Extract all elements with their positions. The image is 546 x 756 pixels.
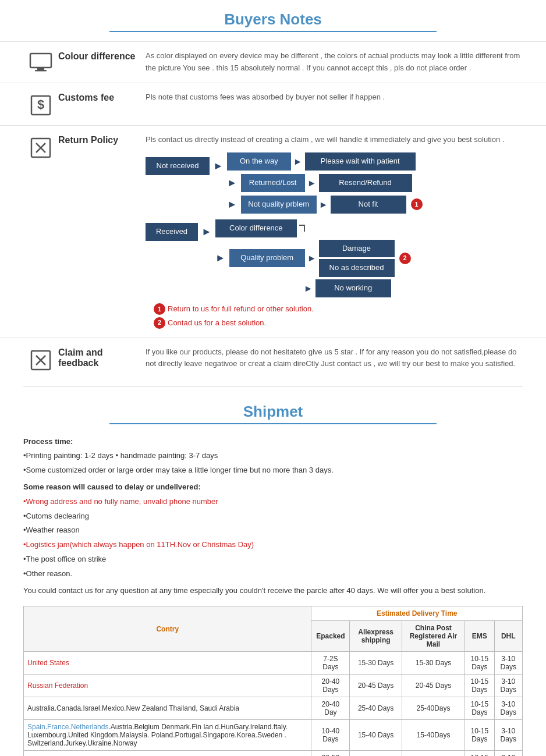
claim-feedback-label: Claim and feedback	[58, 346, 146, 368]
dhl-cell: 3-10 Days	[494, 675, 522, 697]
color-diff-box: Color difference	[215, 219, 297, 237]
epacked-cell: 7-2S Days	[311, 652, 350, 675]
col-ems-header: EMS	[465, 621, 494, 652]
return-policy-icon	[23, 134, 58, 159]
process-time-label: Process time:	[23, 436, 523, 448]
return-policy-content: Pls contact us directly instead of creat…	[146, 134, 523, 329]
col-aliexpress-header: Aliexpress shipping	[350, 621, 402, 652]
aliexpress-cell: 15-40 Days	[350, 720, 402, 751]
note2-number: 2	[399, 253, 411, 264]
claim-icon	[23, 346, 58, 372]
quality-problem-box: Quality problem	[229, 249, 305, 267]
est-delivery-header: Estimated Delivery Time	[311, 606, 523, 621]
epacked-cell: 20-40 Days	[311, 675, 350, 697]
section-divider-2	[23, 386, 523, 386]
not-quality-box: Not quality prblem	[241, 196, 317, 214]
delivery-table: Contry Estimated Delivery Time Epacked A…	[23, 606, 523, 756]
chinapost-cell: 15-40Days	[402, 720, 465, 751]
country-cell: Brazil	[24, 751, 311, 756]
epacked-cell: 30-50 Days	[311, 751, 350, 756]
col-country-header: Contry	[24, 606, 311, 652]
note2-badge: 2	[154, 317, 165, 329]
dhl-cell: 3-10 Days	[494, 652, 522, 675]
note2-text: Contad us for a best solution.	[168, 317, 266, 329]
delay-item-3: •Logistics jam(which always happen on 11…	[23, 539, 523, 551]
chinapost-cell: 30-60Days	[402, 751, 465, 756]
country-cell: Russian Federation	[24, 675, 311, 697]
country-cell: Australia.Canada.Israel.Mexico.New Zeala…	[24, 697, 311, 720]
return-policy-preamble: Pls contact us directly instead of creat…	[146, 134, 523, 146]
buyers-title-underline	[109, 31, 437, 32]
monitor-icon	[23, 50, 58, 72]
ems-cell: 10-15 Days	[465, 652, 494, 675]
received-box: Received	[146, 223, 198, 241]
table-row: United States7-2S Days15-30 Days15-30 Da…	[24, 652, 523, 675]
svg-rect-0	[30, 54, 51, 68]
shipment-title: Shipmet	[0, 392, 546, 423]
damage-box: Damage	[319, 240, 395, 258]
return-policy-row: Return Policy Pls contact us directly in…	[0, 125, 546, 338]
note1-badge: 1	[154, 303, 165, 315]
buyers-notes-title: Buyers Notes	[0, 0, 546, 31]
epacked-cell: 10-40 Days	[311, 720, 350, 751]
country-cell: United States	[24, 652, 311, 675]
on-the-way-box: On the way	[227, 152, 291, 171]
country-cell: Spain.France.Netherlands.Austria.Belgium…	[24, 720, 311, 751]
not-fit-box: Not fit	[331, 196, 406, 214]
shipment-body: Process time: •Printing painting: 1-2 da…	[0, 430, 546, 756]
ems-cell: 10-15 Days	[465, 697, 494, 720]
dhl-cell: 3-10 Days	[494, 751, 522, 756]
table-row: Australia.Canada.Israel.Mexico.New Zeala…	[24, 697, 523, 720]
shipment-underline	[109, 423, 437, 424]
delay-item-4: •The post office on strike	[23, 553, 523, 566]
ems-cell: 10-15 Days	[465, 751, 494, 756]
note1-number: 1	[411, 198, 423, 210]
customs-fee-content: Pls note that customs fees was absorbed …	[146, 91, 523, 104]
aliexpress-cell: 20-45 Days	[350, 675, 402, 697]
returned-lost-box: Returned/Lost	[241, 174, 305, 192]
claim-feedback-row: Claim and feedback If you like our produ…	[0, 338, 546, 380]
colour-difference-row: Colour difference As color displayed on …	[0, 41, 546, 83]
colour-difference-content: As color displayed on every device may b…	[146, 50, 523, 74]
resend-refund-box: Resend/Refund	[319, 174, 412, 192]
chinapost-cell: 20-45 Days	[402, 675, 465, 697]
no-as-described-box: No as described	[319, 259, 395, 277]
delay-item-2: •Weather reason	[23, 524, 523, 537]
delay-item-0: •Wrong address and no fully name, unvali…	[23, 496, 523, 508]
svg-text:$: $	[37, 97, 44, 112]
claim-feedback-content: If you like our products, please do not …	[146, 346, 523, 371]
chinapost-cell: 25-40Days	[402, 697, 465, 720]
aliexpress-cell: 15-30 Days	[350, 652, 402, 675]
svg-rect-2	[35, 70, 47, 72]
table-row: Spain.France.Netherlands.Austria.Belgium…	[24, 720, 523, 751]
return-policy-label: Return Policy	[58, 134, 146, 145]
customs-fee-label: Customs fee	[58, 91, 146, 103]
svg-rect-1	[37, 68, 44, 70]
delay-item-5: •Other reason.	[23, 568, 523, 580]
colour-difference-label: Colour difference	[58, 50, 146, 62]
dhl-cell: 3-10 Days	[494, 697, 522, 720]
process-line-1: •Printing painting: 1-2 days • handmade …	[23, 450, 523, 462]
please-wait-box: Please wait with patient	[305, 152, 416, 171]
note1-text: Return to us for full refund or other so…	[168, 303, 314, 315]
no-working-box: No working	[315, 279, 391, 297]
delay-item-1: •Cutoms declearing	[23, 510, 523, 523]
chinapost-cell: 15-30 Days	[402, 652, 465, 675]
dollar-icon: $	[23, 91, 58, 117]
dhl-cell: 3-10 Days	[494, 720, 522, 751]
col-epacked-header: Epacked	[311, 621, 350, 652]
aliexpress-cell: 25-40 Days	[350, 697, 402, 720]
table-row: Russian Federation20-40 Days20-45 Days20…	[24, 675, 523, 697]
aliexpress-cell: 30-60 Days	[350, 751, 402, 756]
return-policy-flow: Not received ► On the way ► Please wait …	[146, 152, 523, 329]
table-row: Brazil30-50 Days30-60 Days30-60Days10-15…	[24, 751, 523, 756]
customs-fee-row: $ Customs fee Pls note that customs fees…	[0, 83, 546, 125]
delay-label: Some reason will caused to delay or unde…	[23, 481, 523, 494]
ems-cell: 10-15 Days	[465, 720, 494, 751]
ems-cell: 10-15 Days	[465, 675, 494, 697]
not-received-box: Not received	[146, 157, 210, 175]
col-dhl-header: DHL	[494, 621, 522, 652]
process-line-2: •Some customized order or large order ma…	[23, 464, 523, 477]
epacked-cell: 20-40 Day	[311, 697, 350, 720]
col-chinapost-header: China Post Registered Air Mail	[402, 621, 465, 652]
